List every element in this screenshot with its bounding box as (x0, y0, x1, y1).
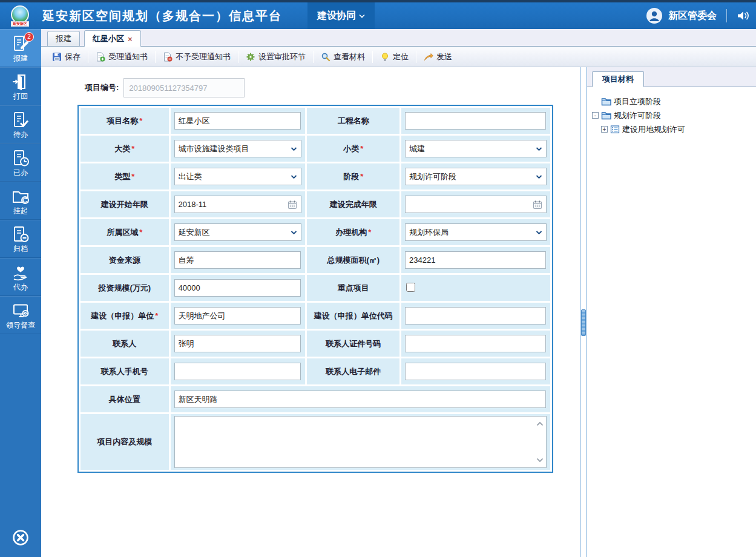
field-label: 项目名称 (107, 116, 138, 125)
tree-item-land-planning-permit[interactable]: + 建设用地规划许可 (592, 122, 756, 136)
toolbar-separator (238, 51, 238, 63)
field-label: 办理机构 (335, 228, 367, 237)
contact-id-input[interactable] (405, 335, 546, 352)
folder-icon (601, 97, 611, 106)
engineering-name-input[interactable] (405, 112, 546, 130)
locate-button[interactable]: 定位 (375, 50, 413, 64)
reject-notice-button[interactable]: 不予受理通知书 (158, 50, 235, 64)
field-label: 总规模面积(㎡) (327, 255, 380, 265)
toolbar: 保存 受理通知书 不予受理通知书 (41, 47, 756, 67)
toolbar-button-label: 发送 (436, 51, 452, 62)
circle-x-icon (11, 528, 30, 547)
contact-input[interactable] (174, 335, 301, 352)
stage-select[interactable]: 规划许可阶段 (405, 168, 547, 185)
send-button[interactable]: 发送 (419, 50, 457, 64)
sidebar-item-label: 打回 (13, 93, 28, 101)
save-icon (52, 52, 62, 62)
speaker-icon[interactable] (737, 10, 750, 22)
unit-code-input[interactable] (405, 307, 546, 325)
tree-item-label: 规划许可阶段 (614, 110, 661, 121)
start-year-datepicker[interactable]: 2018-11 (174, 196, 302, 213)
sidebar-item-baojian[interactable]: 2 报建 (0, 29, 41, 67)
sidebar-item-guaqi[interactable]: 挂起 (0, 182, 41, 220)
tree-item-label: 项目立项阶段 (614, 96, 661, 107)
left-sidebar: 2 报建 打回 待办 (0, 29, 41, 557)
approval-steps-button[interactable]: 设置审批环节 (241, 50, 311, 64)
scroll-down-icon[interactable] (536, 458, 544, 463)
sidebar-collapse-button[interactable] (0, 528, 41, 557)
select-value: 城建 (409, 143, 425, 154)
return-door-icon (12, 73, 30, 91)
panel-splitter[interactable] (580, 67, 587, 557)
field-label: 联系人证件号码 (326, 339, 381, 348)
investment-input[interactable] (174, 279, 301, 297)
user-name[interactable]: 新区管委会 (668, 10, 717, 22)
funding-source-input[interactable] (174, 251, 301, 269)
agency-select[interactable]: 规划环保局 (405, 223, 547, 241)
end-year-datepicker[interactable] (405, 196, 547, 213)
close-icon[interactable]: × (128, 35, 133, 44)
sidebar-item-label: 已办 (13, 169, 28, 177)
select-value: 规划环保局 (409, 227, 449, 238)
splitter-handle-icon[interactable] (581, 309, 586, 336)
sidebar-item-daiban-agent[interactable]: 代办 (0, 258, 41, 296)
calendar-icon[interactable] (288, 200, 297, 209)
region-select[interactable]: 延安新区 (174, 223, 302, 241)
chevron-down-icon (536, 230, 542, 234)
sidebar-item-daiban-todo[interactable]: 待办 (0, 105, 41, 143)
todo-doc-icon (12, 111, 30, 129)
content-scale-textarea[interactable] (175, 417, 535, 467)
sidebar-item-label: 报建 (13, 54, 28, 62)
accept-notice-button[interactable]: 受理通知书 (91, 50, 153, 64)
major-category-select[interactable]: 城市设施建设类项目 (174, 140, 302, 157)
field-label: 联系人 (113, 339, 136, 348)
tree-item-planning-permit-stage[interactable]: - 规划许可阶段 (592, 108, 756, 122)
field-label: 建设（申报）单位 (91, 311, 154, 320)
nav-menu-label: 建设协同 (317, 10, 356, 22)
total-area-input[interactable] (405, 251, 546, 269)
expand-toggle-icon[interactable]: + (601, 126, 608, 133)
tab-hongxing-xiaoqu[interactable]: 红星小区 × (84, 30, 141, 47)
tab-label: 项目材料 (602, 74, 634, 85)
tab-baojian[interactable]: 报建 (47, 31, 80, 46)
app-header: 延安新区 延安新区空间规划（多规合一）信息平台 建设协同 新区管委会 (0, 2, 756, 29)
calendar-icon[interactable] (533, 200, 542, 209)
toolbar-separator (416, 51, 416, 63)
sidebar-item-dahui[interactable]: 打回 (0, 67, 41, 105)
user-avatar[interactable] (646, 8, 662, 24)
type-select[interactable]: 出让类 (174, 168, 302, 185)
collapse-toggle-icon[interactable]: - (592, 112, 599, 119)
archive-doc-icon (12, 225, 30, 243)
view-material-icon (321, 52, 330, 62)
toolbar-button-label: 保存 (65, 51, 81, 62)
done-doc-icon (12, 149, 30, 167)
required-asterisk: * (139, 228, 142, 237)
required-asterisk: * (131, 172, 134, 181)
toolbar-separator (155, 51, 156, 63)
contact-phone-input[interactable] (174, 363, 301, 380)
sidebar-item-yiban[interactable]: 已办 (0, 143, 41, 182)
construction-unit-input[interactable] (174, 307, 301, 325)
chevron-down-icon (291, 147, 297, 151)
sidebar-item-label: 归档 (13, 245, 28, 253)
save-button[interactable]: 保存 (47, 50, 85, 64)
scroll-up-icon[interactable] (536, 421, 544, 426)
field-label: 项目内容及规模 (97, 437, 152, 446)
nav-menu-construction-collaboration[interactable]: 建设协同 (307, 2, 375, 29)
tab-project-materials[interactable]: 项目材料 (592, 71, 644, 87)
view-material-button[interactable]: 查看材料 (316, 50, 370, 64)
agent-hand-icon (12, 263, 30, 282)
project-form: 项目名称* 工程名称 大类* 城市设施建设类项目 (77, 105, 553, 473)
field-label: 建设完成年限 (330, 200, 377, 209)
sidebar-item-guidang[interactable]: 归档 (0, 220, 41, 258)
contact-email-input[interactable] (405, 363, 546, 380)
location-input[interactable] (174, 391, 546, 408)
project-name-input[interactable] (174, 112, 301, 130)
minor-category-select[interactable]: 城建 (405, 140, 547, 157)
tree-item-project-initiation-stage[interactable]: 项目立项阶段 (592, 94, 756, 108)
key-project-checkbox[interactable] (406, 283, 415, 292)
required-asterisk: * (155, 311, 158, 320)
notification-badge: 2 (24, 32, 34, 42)
sidebar-item-lingdao-ducha[interactable]: 领导督查 (0, 296, 41, 334)
field-label: 资金来源 (109, 255, 140, 265)
